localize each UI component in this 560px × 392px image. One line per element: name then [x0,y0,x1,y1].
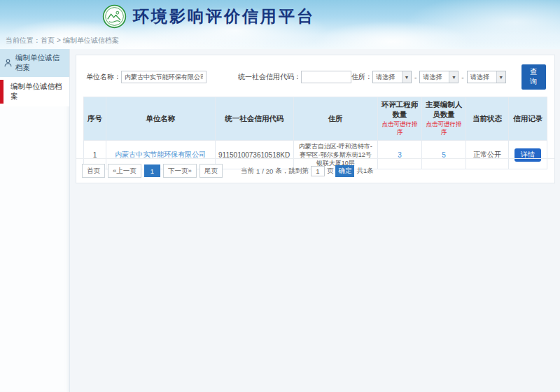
active-marker [0,80,4,104]
total-pages: 20 [266,167,274,175]
jump-page-input[interactable] [311,166,325,176]
last-page-button[interactable]: 尾页 [200,164,223,178]
chevron-down-icon: ▼ [496,71,505,83]
col-address: 住所 [293,97,377,141]
prev-page-button[interactable]: «上一页 [108,164,141,178]
col-credit-record: 信用记录 [508,97,547,141]
city-select[interactable]: 请选择 ▼ [419,71,458,83]
unit-name-link[interactable]: 内蒙古中实节能环保有限公司 [115,150,206,158]
first-page-button[interactable]: 首页 [82,164,105,178]
sort-hint: 点击可进行排序 [424,120,464,137]
jump-label: 条，跳到第 [275,167,309,176]
confirm-button[interactable]: 确定 [335,165,354,177]
sidebar-item-credit-files[interactable]: 编制单位诚信档案 [0,77,69,106]
sidebar-section-header[interactable]: 编制单位诚信档案 [0,49,69,77]
address-label: 住所： [351,72,372,82]
sidebar-section-label: 编制单位诚信档案 [15,53,65,73]
pagination: 首页 «上一页 1 下一页» 尾页 当前 1 / 20 条，跳到第 页 确定 共… [76,158,554,183]
col-credit-code: 统一社会信用代码 [215,97,293,141]
sidebar: 编制单位诚信档案 编制单位诚信档案 [0,49,70,392]
credit-code-input[interactable] [301,71,351,83]
current-page-button[interactable]: 1 [144,164,160,177]
search-form: 单位名称： 统一社会信用代码： 住所： 请选择 ▼ - 请选择 ▼ - [76,55,554,97]
jump-unit: 页 [327,167,334,176]
unit-name-label: 单位名称： [86,72,121,82]
person-icon [4,59,12,67]
header: 环境影响评价信用平台 当前位置：首页>编制单位诚信档案 [0,0,560,49]
province-select[interactable]: 请选择 ▼ [372,71,412,83]
breadcrumb-current: 编制单位诚信档案 [63,36,119,44]
unit-name-input[interactable] [121,71,206,83]
select-separator: - [461,74,463,81]
chevron-down-icon: ▼ [402,71,411,83]
col-engineer-count-sortable[interactable]: 环评工程师数量 点击可进行排序 [377,97,421,141]
chevron-down-icon: ▼ [449,71,458,83]
current-label: 当前 [241,167,254,176]
breadcrumb-home-link[interactable]: 首页 [41,36,55,44]
credit-code-label: 统一社会信用代码： [238,72,301,82]
col-index: 序号 [84,97,106,141]
col-status: 当前状态 [466,97,509,141]
sidebar-item-label: 编制单位诚信档案 [10,82,62,100]
breadcrumb-label: 当前位置： [6,36,41,44]
page-separator: / [262,167,264,175]
query-button[interactable]: 查询 [522,64,546,90]
address-group: 住所： 请选择 ▼ - 请选择 ▼ - 请选择 ▼ [351,71,506,83]
main-content: 单位名称： 统一社会信用代码： 住所： 请选择 ▼ - 请选择 ▼ - [70,49,560,392]
table-header-row: 序号 单位名称 统一社会信用代码 住所 环评工程师数量 点击可进行排序 主要编制… [84,97,547,141]
breadcrumb: 当前位置：首页>编制单位诚信档案 [6,36,119,46]
brand: 环境影响评价信用平台 [102,4,315,29]
total-records: 共1条 [356,167,373,176]
breadcrumb-separator: > [57,36,61,44]
page-title: 环境影响评价信用平台 [133,6,315,27]
sort-hint: 点击可进行排序 [379,120,420,137]
pagination-info: 当前 1 / 20 条，跳到第 页 确定 共1条 [241,165,374,177]
col-staff-count-sortable[interactable]: 主要编制人员数量 点击可进行排序 [421,97,465,141]
col-unit-name: 单位名称 [106,97,215,141]
district-select[interactable]: 请选择 ▼ [467,71,506,83]
mee-logo-icon [102,4,127,29]
content-panel: 单位名称： 统一社会信用代码： 住所： 请选择 ▼ - 请选择 ▼ - [76,55,555,183]
select-separator: - [414,74,416,81]
next-page-button[interactable]: 下一页» [163,164,197,178]
current-page-number: 1 [256,167,260,175]
